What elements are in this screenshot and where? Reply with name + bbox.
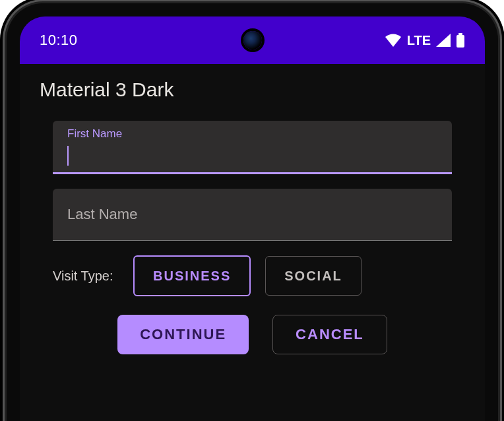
visit-type-business[interactable]: BUSINESS (133, 255, 251, 296)
form: First Name Last Name Visit Type: BUSINES… (20, 108, 485, 354)
phone-frame: 10:10 LTE Material 3 Dark First Name Las… (7, 3, 498, 421)
status-icons: LTE (385, 33, 465, 48)
first-name-label: First Name (67, 127, 122, 141)
first-name-field[interactable]: First Name (53, 121, 452, 174)
network-label: LTE (407, 33, 431, 48)
last-name-field[interactable]: Last Name (53, 189, 452, 241)
visit-type-social[interactable]: SOCIAL (265, 256, 362, 296)
page-title: Material 3 Dark (20, 64, 485, 108)
continue-label: CONTINUE (140, 326, 226, 342)
text-cursor (67, 146, 69, 166)
svg-rect-0 (457, 35, 464, 48)
visit-type-social-label: SOCIAL (284, 269, 342, 284)
visit-type-label: Visit Type: (53, 269, 119, 284)
visit-type-row: Visit Type: BUSINESS SOCIAL (53, 255, 452, 296)
screen: 10:10 LTE Material 3 Dark First Name Las… (20, 16, 485, 421)
last-name-label: Last Name (67, 206, 137, 223)
status-time: 10:10 (40, 32, 78, 49)
battery-icon (456, 33, 465, 48)
cancel-button[interactable]: CANCEL (272, 315, 387, 354)
cancel-label: CANCEL (296, 326, 364, 342)
svg-rect-1 (458, 33, 462, 35)
visit-type-business-label: BUSINESS (153, 269, 231, 284)
action-row: CONTINUE CANCEL (53, 315, 452, 354)
wifi-icon (385, 34, 402, 47)
continue-button[interactable]: CONTINUE (117, 315, 249, 354)
front-camera (243, 31, 262, 49)
status-bar: 10:10 LTE (20, 16, 485, 64)
cellular-icon (436, 34, 451, 47)
